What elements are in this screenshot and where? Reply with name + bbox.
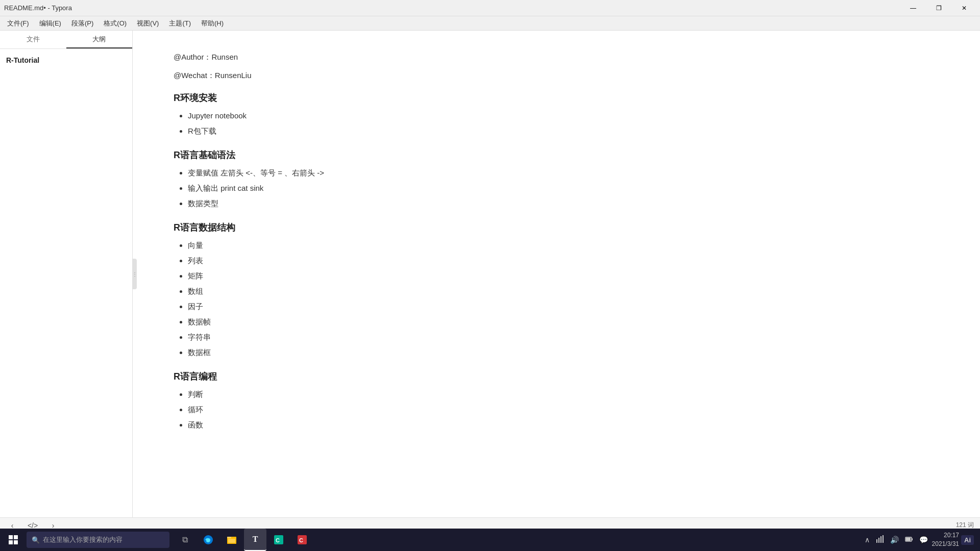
section-4-list: 判断 循环 函数: [188, 387, 939, 433]
list-item: 向量: [188, 238, 939, 253]
svg-rect-15: [883, 535, 884, 543]
section-3-list: 向量 列表 矩阵 数组 因子 数据帧 字符串 数据框: [188, 238, 939, 360]
list-item: 列表: [188, 253, 939, 268]
close-button[interactable]: ✕: [952, 0, 976, 16]
tray-message[interactable]: 💬: [917, 535, 930, 545]
date-display: 2021/3/31: [932, 540, 959, 548]
outline-heading[interactable]: R-Tutorial: [6, 54, 126, 66]
start-button[interactable]: [2, 529, 24, 551]
search-placeholder: 在这里输入你要搜索的内容: [43, 535, 122, 544]
edge-app[interactable]: [197, 529, 219, 551]
svg-rect-6: [227, 537, 231, 538]
svg-rect-0: [9, 535, 13, 539]
section-heading-4: R语言编程: [174, 370, 939, 383]
window-title: README.md• - Typora: [4, 4, 72, 12]
search-icon: 🔍: [32, 536, 40, 544]
tray-volume[interactable]: 🔊: [888, 535, 901, 545]
list-item: 判断: [188, 387, 939, 402]
svg-text:C: C: [276, 537, 280, 543]
red-app[interactable]: C: [291, 529, 313, 551]
svg-rect-2: [9, 540, 13, 544]
window-controls: — ❐ ✕: [901, 0, 976, 16]
menu-bar: 文件(F) 编辑(E) 段落(P) 格式(O) 视图(V) 主题(T) 帮助(H…: [0, 16, 980, 31]
svg-rect-1: [14, 535, 18, 539]
section-1-list: Jupyter notebook R包下载: [188, 108, 939, 139]
svg-rect-13: [878, 538, 879, 543]
list-item: 因子: [188, 299, 939, 314]
list-item: 函数: [188, 417, 939, 433]
sidebar-toggle[interactable]: ⋮: [133, 259, 137, 289]
list-item: 数据帧: [188, 314, 939, 330]
menu-format[interactable]: 格式(O): [99, 17, 132, 30]
section-2-list: 变量赋值 左箭头 <-、等号 = 、右箭头 -> 输入输出 print cat …: [188, 165, 939, 211]
menu-paragraph[interactable]: 段落(P): [66, 17, 99, 30]
menu-help[interactable]: 帮助(H): [196, 17, 229, 30]
author-line: @Author：Runsen: [174, 51, 939, 63]
svg-rect-14: [880, 536, 881, 543]
tray-battery[interactable]: [903, 534, 915, 546]
minimize-button[interactable]: —: [901, 0, 925, 16]
sidebar: 文件 大纲 R-Tutorial: [0, 31, 133, 517]
svg-rect-7: [228, 539, 235, 543]
tray-expand[interactable]: ∧: [863, 535, 872, 545]
clock[interactable]: 20:17 2021/3/31: [932, 531, 959, 548]
tab-files[interactable]: 文件: [0, 31, 66, 48]
main-container: 文件 大纲 R-Tutorial ⋮ @Author：Runsen @Wecha…: [0, 31, 980, 517]
list-item: 变量赋值 左箭头 <-、等号 = 、右箭头 ->: [188, 165, 939, 181]
list-item: R包下载: [188, 123, 939, 139]
svg-rect-18: [906, 538, 911, 541]
section-heading-2: R语言基础语法: [174, 149, 939, 161]
section-heading-3: R语言数据结构: [174, 221, 939, 234]
list-item: 数组: [188, 284, 939, 299]
list-item: 数据框: [188, 345, 939, 360]
tray-network[interactable]: [874, 534, 886, 546]
list-item: Jupyter notebook: [188, 108, 939, 123]
explorer-app[interactable]: [220, 529, 243, 551]
menu-view[interactable]: 视图(V): [132, 17, 164, 30]
green-app[interactable]: C: [267, 529, 290, 551]
editor-area[interactable]: @Author：Runsen @Wechat：RunsenLiu R环境安装 J…: [133, 31, 980, 517]
taskbar-tray: ∧ 🔊 💬 20:17 2021/3/31 Ai: [863, 531, 978, 548]
sidebar-content: R-Tutorial: [0, 49, 132, 71]
maximize-button[interactable]: ❐: [927, 0, 950, 16]
menu-theme[interactable]: 主题(T): [164, 17, 196, 30]
list-item: 矩阵: [188, 268, 939, 284]
list-item: 输入输出 print cat sink: [188, 181, 939, 196]
section-heading-1: R环境安装: [174, 92, 939, 104]
time-display: 20:17: [932, 531, 959, 540]
list-item: 循环: [188, 402, 939, 417]
task-view-button[interactable]: ⧉: [174, 529, 196, 551]
taskbar: 🔍 在这里输入你要搜索的内容 ⧉ T C: [0, 529, 980, 551]
taskbar-apps: ⧉ T C: [174, 529, 863, 551]
title-bar: README.md• - Typora — ❐ ✕: [0, 0, 980, 16]
wechat-line: @Wechat：RunsenLiu: [174, 69, 939, 82]
sidebar-tabs: 文件 大纲: [0, 31, 132, 49]
list-item: 字符串: [188, 330, 939, 345]
ai-button[interactable]: Ai: [961, 535, 974, 545]
typora-app[interactable]: T: [244, 529, 266, 551]
svg-text:C: C: [299, 537, 303, 543]
tab-outline[interactable]: 大纲: [66, 31, 133, 48]
svg-rect-17: [912, 538, 913, 540]
menu-file[interactable]: 文件(F): [2, 17, 34, 30]
taskbar-search[interactable]: 🔍 在这里输入你要搜索的内容: [27, 532, 169, 548]
svg-rect-12: [876, 539, 877, 543]
list-item: 数据类型: [188, 196, 939, 211]
menu-edit[interactable]: 编辑(E): [34, 17, 66, 30]
svg-rect-3: [14, 540, 18, 544]
